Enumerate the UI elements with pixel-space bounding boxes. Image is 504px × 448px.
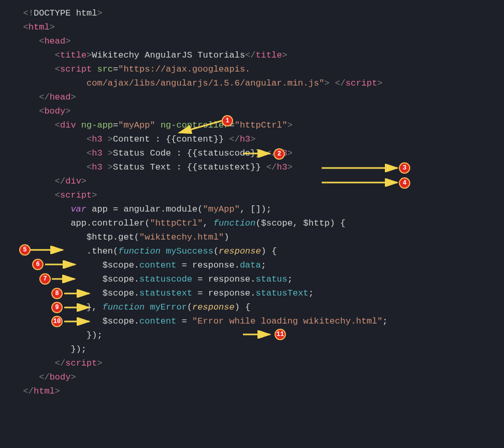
annotation-badge-1: 1: [222, 115, 233, 127]
line: .then(function mySuccess(response) {: [7, 246, 277, 256]
annotation-badge-6: 6: [32, 259, 44, 270]
annotation-badge-8: 8: [51, 288, 63, 299]
annotation-badge-10: 10: [51, 316, 63, 327]
line: <!DOCTYPE html>: [7, 8, 103, 18]
line: </div>: [7, 176, 87, 186]
annotation-badge-3: 3: [399, 162, 410, 174]
line: });: [7, 344, 87, 354]
line: </html>: [7, 386, 60, 396]
line: });: [7, 330, 103, 340]
line: app.controller("httpCtrl", function($sco…: [7, 218, 345, 228]
line: <h3 >Status Code : {{statuscode}} </h3>: [7, 148, 293, 158]
annotation-badge-2: 2: [273, 148, 285, 160]
line: </head>: [7, 92, 76, 102]
line: <h3 >Status Text : {{statustext}} </h3>: [7, 162, 293, 172]
line: com/ajax/libs/angularjs/1.5.6/angular.mi…: [7, 78, 382, 88]
line: $scope.content = "Error while loading wi…: [7, 316, 388, 326]
line: </body>: [7, 372, 76, 382]
annotation-badge-5: 5: [19, 244, 31, 256]
line: <body>: [7, 106, 70, 116]
annotation-badge-7: 7: [39, 273, 51, 285]
line: <script>: [7, 190, 97, 200]
line: <html>: [7, 22, 55, 32]
code-block: <!DOCTYPE html> <html> <head> <title>Wik…: [7, 6, 497, 398]
annotation-badge-4: 4: [399, 177, 410, 189]
line: </script>: [7, 358, 103, 368]
annotation-badge-9: 9: [51, 302, 63, 313]
line: <div ng-app="myApp" ng-controller="httpC…: [7, 120, 293, 130]
annotation-badge-11: 11: [275, 329, 286, 340]
line: }, function myError(response) {: [7, 302, 250, 312]
line: <title>Wikitechy AngularJS Tutorials</ti…: [7, 50, 287, 60]
line: $http.get("wikitechy.html"): [7, 232, 229, 242]
line: var app = angular.module("myApp", []);: [7, 204, 271, 214]
line: <script src="https://ajax.googleapis.: [7, 64, 250, 74]
line: $scope.content = response.data;: [7, 260, 266, 270]
line: <h3 >Content : {{content}} </h3>: [7, 134, 256, 144]
line: <head>: [7, 36, 70, 46]
